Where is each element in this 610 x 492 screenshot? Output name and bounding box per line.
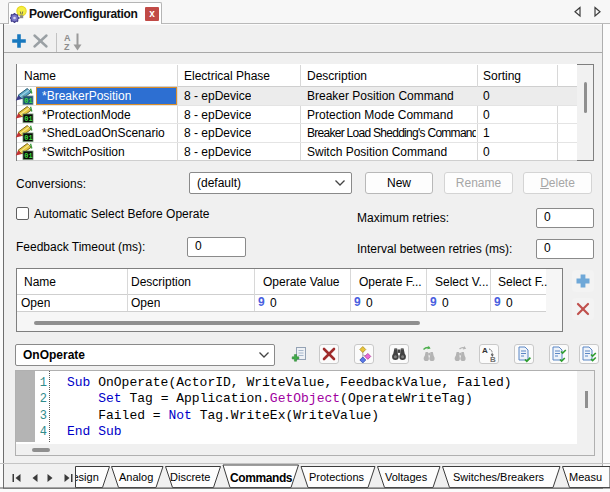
svg-text:Analog: Analog bbox=[119, 471, 153, 483]
svg-text:Measu: Measu bbox=[569, 471, 602, 483]
svg-text:A: A bbox=[482, 346, 488, 355]
svg-text:Z: Z bbox=[64, 42, 70, 52]
svg-text:esign: esign bbox=[73, 471, 99, 483]
svg-text:Discrete: Discrete bbox=[170, 471, 210, 483]
svg-text:Commands: Commands bbox=[230, 471, 293, 485]
svg-text:B: B bbox=[490, 355, 496, 364]
svg-text:Switches/Breakers: Switches/Breakers bbox=[453, 471, 545, 483]
svg-text:Voltages: Voltages bbox=[385, 471, 428, 483]
svg-text:Protections: Protections bbox=[309, 471, 365, 483]
